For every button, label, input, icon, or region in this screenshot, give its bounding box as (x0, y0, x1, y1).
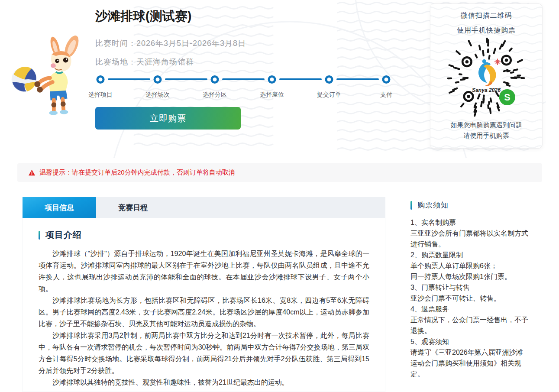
notice-line: 进行销售。 (410, 239, 541, 249)
match-time: 比赛时间：2026年3月5日-2026年3月8日 (95, 38, 246, 49)
notice-line: 单个购票人单订单限购6张； (410, 260, 541, 271)
step-connector (279, 78, 322, 80)
volleyball-icon (12, 67, 36, 92)
qr-panel: 微信扫描二维码 使用手机快捷购票 Sanya 2026 S 如果您电脑购票遇到问 (430, 3, 543, 149)
accent-bar-icon (39, 231, 40, 240)
notice-line: 正常情况下，公众门票一经售出，不予 (410, 314, 541, 325)
notice-line: 请遵守《三亚2026年第六届亚洲沙滩 (410, 347, 541, 358)
step-circle-icon (211, 75, 219, 84)
accent-bar-icon (410, 201, 412, 210)
notice-line: 同一持票人每场次限购1张门票。 (410, 271, 541, 282)
step-label: 选择座位 (260, 91, 284, 99)
notice-section-head: 购票须知 (410, 200, 541, 210)
step-label: 选择场次 (145, 91, 170, 99)
intro-paragraph: 沙滩排球比赛采用3局2胜制，前两局比赛中双方比分之和达到21分时有一次技术暂停，… (39, 330, 369, 376)
purchase-steps: 选择项目 选择场次 选择分区 选择座位 提交订单 支付 (100, 75, 386, 103)
step-connector (336, 78, 379, 80)
buy-now-button[interactable]: 立即购票 (95, 107, 241, 130)
notice-line: 三亚亚沙会所有门票都将以实名制方式 (410, 228, 541, 239)
notice-line: 定。 (410, 369, 541, 379)
step-label: 选择项目 (88, 91, 113, 99)
step-circle-icon (154, 75, 162, 84)
qr-title-line2: 使用手机快捷购票 (430, 26, 542, 35)
event-title: 沙滩排球(测试赛) (95, 8, 191, 25)
tab-project-info[interactable]: 项目信息 (23, 197, 96, 218)
step-connector (165, 78, 207, 80)
event-detail-panel: 项目信息 竞赛日程 项目介绍 沙滩排球（"沙排"）源自于排球运动，1920年诞生… (23, 197, 385, 392)
step-label: 选择分区 (203, 91, 227, 99)
sun-icon (495, 59, 501, 65)
purchase-notice: 购票须知 1、实名制购票 三亚亚沙会所有门票都将以实名制方式 进行销售。 2、购… (410, 200, 541, 379)
notice-line: 5、观赛须知 (410, 336, 541, 347)
step-label: 提交订单 (317, 91, 341, 99)
sanya2026-logo-text: Sanya 2026 (472, 87, 501, 93)
notice-lines: 1、实名制购票 三亚亚沙会所有门票都将以实名制方式 进行销售。 2、购票数量限制… (410, 217, 541, 379)
tab-schedule[interactable]: 竞赛日程 (96, 197, 170, 218)
qr-code: Sanya 2026 S (446, 37, 527, 117)
step-circle-icon (382, 75, 391, 84)
match-time-value: 2026年3月5日-2026年3月8日 (136, 39, 246, 48)
intro-section-head: 项目介绍 (39, 229, 369, 241)
warning-text: 温馨提示：请在提交订单后20分钟内完成付款，否则订单将自动取消 (39, 168, 235, 177)
wechat-logo-icon: S (499, 89, 515, 105)
qr-footer-line1: 如果您电脑购票遇到问题 (430, 120, 542, 130)
notice-line: 退换。 (410, 325, 541, 336)
step-connector (222, 78, 265, 80)
step-circle-icon (268, 75, 276, 84)
step-connector (108, 78, 150, 80)
warning-banner: 温馨提示：请在提交订单后20分钟内完成付款，否则订单将自动取消 (17, 163, 542, 182)
mascot-illustration (6, 27, 95, 118)
notice-line: 亚沙会门票不可转让、转售。 (410, 293, 541, 304)
step-circle-icon (325, 75, 333, 84)
notice-line: 运动会门票购买和使用须知》相关规 (410, 358, 541, 369)
notice-heading: 购票须知 (417, 200, 449, 210)
project-info-content: 项目介绍 沙滩排球（"沙排"）源自于排球运动，1920年诞生在美国加利福尼亚州圣… (23, 218, 385, 392)
notice-line: 3、门票转让与转售 (410, 282, 541, 293)
notice-line: 2、购票数量限制 (410, 249, 541, 260)
step-circle-icon (97, 75, 105, 84)
sanya2026-logo: Sanya 2026 (470, 59, 502, 93)
intro-paragraph: 沙滩排球以其独特的竞技性、观赏性和趣味性，被誉为21世纪最杰出的运动。 (39, 376, 369, 388)
match-venue-label: 比赛场地： (95, 58, 136, 66)
match-venue: 比赛场地：天涯海角场馆群 (95, 57, 194, 67)
qr-title-line1: 微信扫描二维码 (430, 11, 542, 20)
tab-bar: 项目信息 竞赛日程 (23, 197, 385, 218)
intro-heading: 项目介绍 (45, 229, 82, 241)
warning-triangle-icon (28, 169, 36, 176)
qr-footer-line2: 请使用手机购票 (430, 130, 542, 141)
qr-footer: 如果您电脑购票遇到问题 请使用手机购票 (430, 120, 542, 141)
match-venue-value: 天涯海角场馆群 (136, 58, 194, 66)
match-time-label: 比赛时间： (95, 39, 136, 48)
step-label: 支付 (380, 91, 392, 99)
intro-paragraphs: 沙滩排球（"沙排"）源自于排球运动，1920年诞生在美国加利福尼亚州圣莫妮卡海滩… (39, 248, 369, 388)
notice-line: 1、实名制购票 (410, 217, 541, 228)
svg-text:S: S (504, 92, 510, 103)
intro-paragraph: 沙滩排球（"沙排"）源自于排球运动，1920年诞生在美国加利福尼亚州圣莫妮卡海滩… (39, 248, 369, 295)
mascot-deer (34, 33, 81, 115)
intro-paragraph: 沙滩排球比赛场地为长方形，包括比赛区和无障碍区，比赛场区长16米、宽8米，四边有… (39, 295, 369, 330)
notice-line: 4、退票服务 (410, 304, 541, 314)
